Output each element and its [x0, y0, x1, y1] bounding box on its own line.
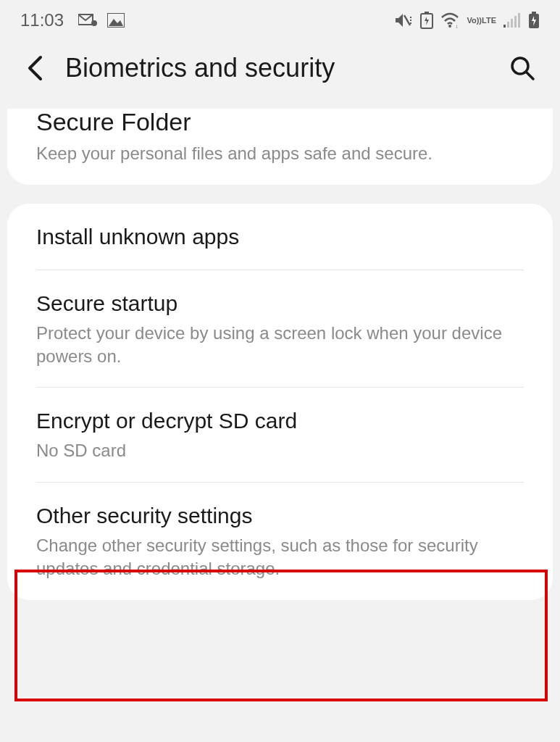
- svg-point-7: [448, 25, 451, 28]
- mail-icon: [78, 13, 99, 28]
- volte-line2: LTE: [482, 17, 496, 25]
- svg-rect-12: [514, 16, 517, 28]
- back-button[interactable]: [20, 54, 49, 83]
- search-icon: [509, 55, 535, 81]
- svg-line-17: [527, 72, 533, 79]
- settings-card-2: Install unknown apps Secure startup Prot…: [7, 204, 553, 600]
- setting-subtitle: No SD card: [36, 439, 524, 462]
- setting-title: Encrypt or decrypt SD card: [36, 407, 524, 435]
- status-left: 11:03: [20, 10, 125, 30]
- setting-subtitle: Protect your device by using a screen lo…: [36, 322, 524, 369]
- svg-rect-10: [507, 22, 509, 28]
- svg-rect-11: [511, 19, 513, 28]
- setting-title: Install unknown apps: [36, 222, 524, 251]
- status-bar: 11:03 ↓↑ Vo)) LTE: [0, 0, 560, 39]
- page-title: Biometrics and security: [65, 53, 489, 83]
- setting-other-security[interactable]: Other security settings Change other sec…: [7, 483, 553, 600]
- status-time: 11:03: [20, 10, 64, 30]
- battery-saver-icon: [420, 12, 433, 29]
- svg-rect-9: [503, 25, 506, 28]
- svg-rect-6: [425, 12, 429, 14]
- wifi-icon: ↓↑: [440, 12, 459, 28]
- image-icon: [107, 13, 125, 28]
- cellular-signal-icon: [503, 13, 521, 28]
- settings-card-1: Secure Folder Keep your personal files a…: [7, 109, 553, 185]
- setting-subtitle: Change other security settings, such as …: [36, 534, 524, 581]
- search-button[interactable]: [505, 51, 540, 86]
- mute-vibrate-icon: [394, 12, 413, 28]
- volte-line1: Vo)): [467, 17, 482, 25]
- svg-rect-13: [518, 13, 520, 28]
- svg-text:↓↑: ↓↑: [455, 22, 459, 28]
- chevron-left-icon: [27, 55, 43, 81]
- svg-point-1: [91, 20, 97, 26]
- status-right: ↓↑ Vo)) LTE: [394, 12, 540, 29]
- setting-title: Other security settings: [36, 501, 524, 530]
- setting-title: Secure Folder: [36, 109, 524, 138]
- battery-charging-icon: [528, 12, 540, 29]
- setting-title: Secure startup: [36, 289, 524, 317]
- setting-secure-folder[interactable]: Secure Folder Keep your personal files a…: [7, 109, 553, 185]
- setting-subtitle: Keep your personal files and apps safe a…: [36, 142, 524, 165]
- setting-encrypt-sd-card[interactable]: Encrypt or decrypt SD card No SD card: [7, 388, 553, 481]
- setting-secure-startup[interactable]: Secure startup Protect your device by us…: [7, 270, 553, 388]
- svg-point-16: [512, 58, 528, 74]
- setting-install-unknown-apps[interactable]: Install unknown apps: [7, 204, 553, 270]
- svg-line-3: [404, 15, 410, 25]
- page-header: Biometrics and security: [0, 39, 560, 109]
- volte-icon: Vo)) LTE: [467, 17, 496, 25]
- svg-rect-15: [532, 12, 536, 14]
